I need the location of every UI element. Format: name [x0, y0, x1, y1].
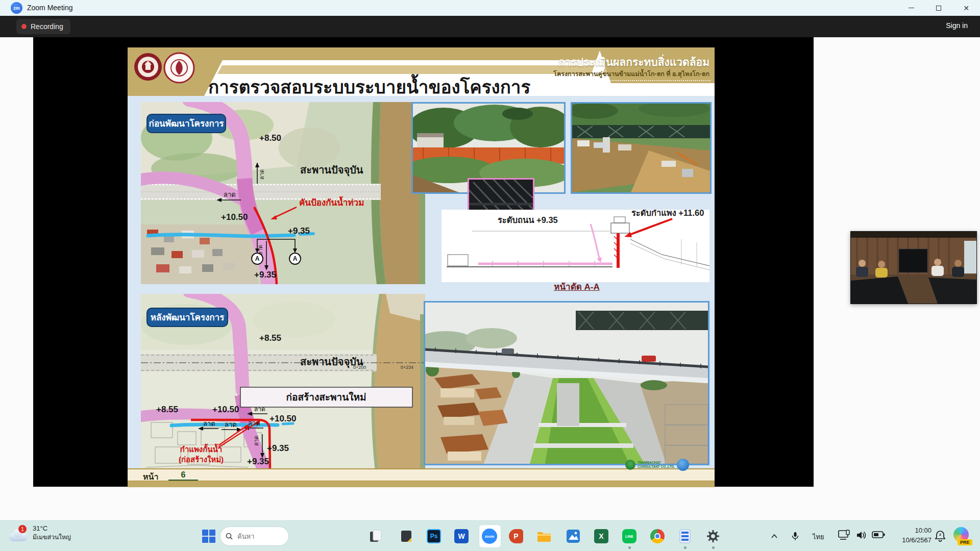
weather-temp: 31°C: [33, 524, 71, 532]
chrome-app-icon[interactable]: [650, 529, 665, 544]
slope-label-v1: ลาด: [259, 169, 265, 180]
existing-bridge-label: สะพานปัจจุบัน: [300, 164, 363, 177]
tray-date: 10/6/2567: [891, 536, 932, 545]
car-red: [642, 356, 656, 362]
line-app-icon[interactable]: LINE: [622, 529, 637, 544]
tray-clock[interactable]: 10:00 10/6/2567: [891, 526, 932, 545]
map-after-development: ก่อสร้างสะพานใหม่ หลังพัฒนาโครงการ: [141, 294, 425, 472]
participant-video-thumbnail[interactable]: [850, 231, 977, 304]
slope-label-1: ลาด: [203, 420, 215, 428]
close-icon: ✕: [963, 5, 969, 12]
tray-time: 10:00: [891, 526, 932, 536]
level-8-50: +8.50: [259, 133, 281, 143]
render-3d-bridge: [424, 301, 709, 465]
tray-chevron-up[interactable]: [768, 530, 780, 542]
badge-before-label: ก่อนพัฒนาโครงการ: [149, 118, 225, 129]
taskbar-search[interactable]: [220, 527, 289, 546]
search-icon: [226, 533, 233, 540]
new-bridge-label: ก่อสร้างสะพานใหม่: [286, 391, 366, 403]
screen-share-canvas: การประเมินผลกระทบสิ่งแวดล้อม โครงการสะพา…: [33, 37, 814, 487]
level-8-55-left: +8.55: [156, 405, 178, 414]
svg-text:z: z: [939, 532, 941, 537]
road-level-label: ระดับถนน +9.35: [498, 215, 558, 224]
slope-label-left: ลาด: [224, 191, 236, 198]
section-marker-a2: A: [293, 255, 298, 262]
chainage-0-200: 0+200: [353, 365, 366, 370]
slope-label-3: ลาด: [248, 419, 260, 427]
level-9-35-right: +9.35: [288, 226, 310, 236]
minimize-button[interactable]: [897, 0, 925, 16]
slide-bottom-band: [128, 481, 715, 487]
screen: zm Zoom Meeting ✕ Recording Sign in: [0, 0, 980, 551]
level-10-50-road: +10.50: [270, 414, 296, 423]
file-explorer-icon[interactable]: [536, 529, 552, 544]
window-title: Zoom Meeting: [27, 4, 72, 12]
photos-app-icon[interactable]: [566, 529, 581, 544]
recording-indicator[interactable]: Recording: [16, 19, 70, 34]
notebook-app-icon[interactable]: [677, 529, 693, 544]
tray-cast-screen-icon[interactable]: [838, 530, 850, 541]
word-app-icon[interactable]: W: [454, 529, 469, 544]
tray-notification-bell-icon[interactable]: z: [934, 530, 946, 543]
minimize-icon: [909, 8, 914, 8]
sign-in-button[interactable]: Sign in: [946, 21, 968, 30]
consultant-name: THUMBACHAT CONSULTANT CO.,LTD.: [638, 461, 675, 469]
level-8-55-top: +8.55: [259, 333, 281, 343]
powerpoint-app-icon[interactable]: P: [508, 529, 524, 544]
settings-gear-icon[interactable]: [705, 529, 721, 544]
department-seal-icon: [164, 53, 194, 83]
levee-label: คันป้องกันน้ำท่วม: [299, 196, 364, 208]
meeting-room-video: [851, 232, 976, 304]
section-caption: หน้าตัด A-A: [536, 280, 618, 293]
slope-label-top: ลาด: [254, 406, 265, 413]
maximize-icon: [936, 6, 941, 11]
search-input[interactable]: [236, 532, 280, 541]
photo-bridge-aerial: [571, 102, 712, 194]
notepad-app-icon[interactable]: [368, 529, 383, 544]
stream-line: [148, 235, 294, 236]
excel-app-icon[interactable]: X: [594, 529, 609, 544]
tray-microphone-icon[interactable]: [789, 530, 801, 542]
tray-speaker-icon[interactable]: [856, 531, 868, 540]
slope-label-2: ลาด: [225, 421, 237, 429]
presentation-slide: การประเมินผลกระทบสิ่งแวดล้อม โครงการสะพา…: [128, 47, 715, 487]
consultant-logos: THUMBACHAT CONSULTANT CO.,LTD.: [625, 459, 689, 471]
level-9-35-right: +9.35: [267, 443, 289, 453]
zoom-app-icon: zm: [11, 2, 22, 14]
river-area: [373, 294, 425, 472]
notification-count-badge: 1: [18, 525, 27, 533]
zoom-app-taskbar-icon[interactable]: zoom: [482, 529, 497, 544]
weather-condition: มีเมฆส่วนใหญ่: [33, 532, 71, 542]
level-10-50: +10.50: [221, 212, 248, 222]
chrome-center: [654, 533, 660, 539]
eia-title: การประเมินผลกระทบสิ่งแวดล้อม: [444, 54, 709, 70]
notes-app-icon[interactable]: [399, 529, 414, 544]
tray-language[interactable]: ไทย: [813, 532, 824, 542]
map-before-development: ก่อนพัฒนาโครงการ +8.50 ลาด สะพานปัจจุบัน…: [141, 102, 425, 284]
settings-running-dot: [712, 546, 715, 549]
windows-taskbar: 1 31°C มีเมฆส่วนใหญ่ Ps: [0, 520, 980, 551]
level-9-35-bottom: +9.35: [254, 270, 276, 280]
tray-battery-icon[interactable]: [872, 531, 885, 538]
slide-header: การประเมินผลกระทบสิ่งแวดล้อม โครงการสะพา…: [128, 47, 715, 96]
slope-label-v2: ลาด: [257, 245, 263, 255]
level-10-50-mid: +10.50: [212, 405, 239, 414]
maximize-button[interactable]: [925, 0, 952, 16]
photoshop-app-icon[interactable]: Ps: [426, 529, 442, 544]
wall-label-2: (ก่อสร้างใหม่): [179, 455, 224, 464]
recording-label: Recording: [31, 22, 63, 31]
close-button[interactable]: ✕: [952, 0, 980, 16]
wall-label-1: กำแพงกั้นน้ำ: [180, 443, 222, 454]
globe-logo-icon: [677, 459, 689, 471]
page-number: 6: [168, 470, 198, 481]
copilot-pre-badge: PRE: [958, 539, 972, 545]
notebook-running-dot: [684, 546, 687, 549]
wall-level-label: ระดับกำแพง +11.60: [631, 210, 704, 217]
window-titlebar: zm Zoom Meeting ✕: [0, 0, 980, 16]
cloud-icon: 1: [9, 529, 29, 542]
start-button[interactable]: [202, 530, 215, 543]
university-seal-icon: [134, 53, 162, 81]
badge-after-label: หลังพัฒนาโครงการ: [151, 312, 225, 322]
weather-widget[interactable]: 1 31°C มีเมฆส่วนใหญ่: [9, 524, 71, 542]
section-marker-a1: A: [255, 255, 260, 262]
